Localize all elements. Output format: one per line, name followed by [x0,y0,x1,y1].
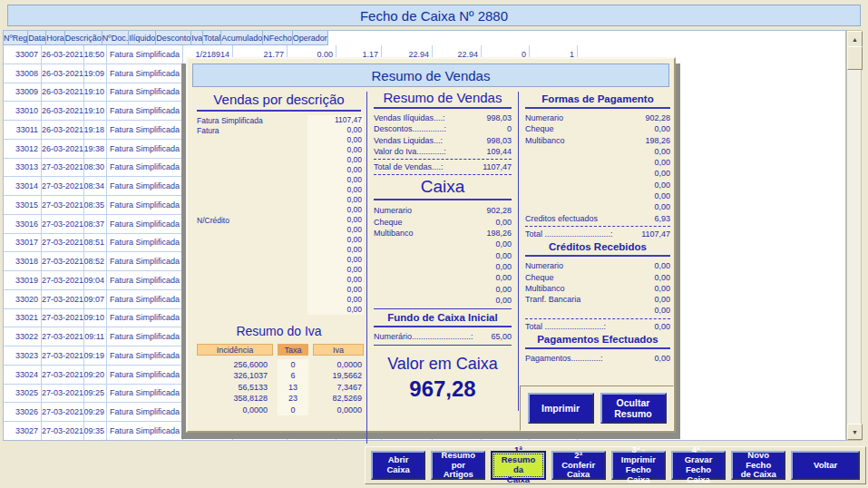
cell-descricao: Fatura Simplificada [107,215,183,234]
scroll-up-icon[interactable]: ▲ [847,31,863,47]
summary-line: Numerario 902,28 [374,205,512,216]
summary-line: 0,00 [525,180,670,190]
iva-incidencia-value: 0,0000 [197,405,273,415]
item-value: 0,00 [307,305,364,315]
cell-nreg: 33012 [4,140,42,159]
cell-hora: 19:09 [84,64,107,83]
resumo-por-artigos-button[interactable]: Resumo por Artigos [431,451,485,480]
cell-nreg: 33020 [4,290,42,309]
vertical-scrollbar[interactable]: ▲ ▼ [846,30,862,441]
line-value: 0 [507,123,512,134]
line-value: 0,00 [654,180,670,190]
line-value: 0,00 [495,217,512,228]
line-value: 0,00 [654,146,670,157]
line-label: Vendas Liquidas...: [374,135,443,146]
column-header[interactable]: NºDoc. [102,31,129,45]
cell-nreg: 33016 [4,215,42,234]
iva-taxa-value: 13 [278,382,308,393]
item-label: Fatura [197,126,307,135]
item-value: 1107,47 [307,115,364,125]
column-header[interactable]: Operador [293,31,328,45]
line-label: Creditos efectuados [525,213,598,224]
abrir-caixa-button[interactable]: Abrir Caixa [371,451,425,480]
cell-descricao: Fatura Simplificada [107,385,183,404]
column-header[interactable]: Descrição [65,31,102,45]
scroll-down-icon[interactable]: ▼ [847,424,863,440]
column-header[interactable]: NºReg [4,31,28,45]
column-header[interactable]: Acumulado [221,31,263,45]
line-value: 0,00 [654,260,670,271]
line-value: 0,00 [654,201,670,212]
summary-line: 0,00 [525,190,670,201]
column-header[interactable]: Desconto [156,31,191,45]
list-item: 0,00 [197,205,364,215]
column-header[interactable]: Hora [46,31,65,45]
line-label: Total de Vendas....: [374,161,444,172]
imprimir-button[interactable]: Imprimir [528,393,594,424]
summary-line: Multibanco 198,26 [374,228,512,239]
line-label: Numerario [525,112,563,123]
column-header[interactable]: Total [203,31,221,45]
conferir-caixa-button[interactable]: 2ª Conferir Caixa [551,451,606,480]
iva-taxa-value: 0 [278,359,308,370]
line-value: 0,00 [495,295,512,306]
list-item: 0,00 [197,235,364,245]
cell-data: 26-03-2021 [42,45,84,64]
resumo-da-caixa-button[interactable]: 1ª Resumo da Caixa [491,451,545,480]
list-item: 0,00 [197,275,364,285]
cell-hora: 08:37 [84,215,107,234]
cell-descricao: Fatura Simplificada [107,234,183,253]
ocultar-resumo-button[interactable]: Ocultar Resumo [600,393,667,424]
summary-line: Cheque 0,00 [374,217,512,228]
gravar-fecho-caixa-button[interactable]: 4ª - Gravar Fecho Caixa [671,451,726,480]
line-value: 198,26 [645,135,670,146]
cell-data: 26-03-2021 [42,140,84,159]
cell-descricao: Fatura Simplificada [107,102,183,121]
cell-hora: 19:38 [84,140,107,159]
item-value: 0,00 [307,245,364,255]
list-item: 0,00 [197,265,364,275]
voltar-button[interactable]: Voltar [791,451,860,480]
scroll-thumb[interactable] [847,46,863,70]
valor-em-caixa-value: 967,28 [374,376,512,402]
iva-row: 0,0000 0 0,0000 [197,405,366,415]
list-item: 0,00 [197,195,364,205]
formas-total-line: Total .............................: 110… [525,229,670,239]
imprimir-fecho-caixa-button[interactable]: 3ª - Imprimir Fecho Caixa [611,451,666,480]
valor-em-caixa-heading: Valor em Caixa [374,355,512,374]
cell-descricao: Fatura Simplificada [107,346,183,366]
line-value: 0,00 [654,157,670,168]
cell-data: 27-03-2021 [42,252,84,271]
item-value: 0,00 [307,195,364,205]
cell-descricao: Fatura Simplificada [107,83,183,102]
iva-incidencia-value: 56,5133 [197,382,273,393]
cell-nreg: 33026 [4,403,42,422]
column-header[interactable]: NFecho [263,31,293,45]
list-item: 0,00 [197,155,364,165]
cell-nreg: 33014 [4,177,42,196]
line-label: Multibanco [525,135,565,146]
line-label: Numerario [374,205,412,216]
column-header[interactable]: Iva [191,31,203,45]
cell-descricao: Fatura Simplificada [107,290,183,309]
novo-fecho-de-caixa-button[interactable]: Novo Fecho de Caixa [731,451,785,480]
cell-hora: 09:29 [84,403,107,422]
list-item: 0,00 [197,305,364,315]
fundo-line: Numerário..........................: 65,… [374,331,512,342]
dashed-divider [525,226,670,227]
column-header[interactable]: Ilíquido [129,31,156,45]
item-value: 0,00 [307,155,364,165]
summary-line: Vendas Liquidas...: 998,03 [374,135,512,146]
cell-hora: 08:35 [84,196,107,215]
creditos-recebidos-heading: Créditos Recebidos [525,241,670,257]
summary-line: Cheque 0,00 [525,123,670,134]
line-label: Multibanco [525,283,565,294]
summary-middle-column: Resumo de Vendas Vendas Ilíquidas....: 9… [374,90,512,402]
cell-data: 26-03-2021 [42,83,84,102]
column-header[interactable]: Data [28,31,46,45]
iva-iva-value: 82,5269 [313,393,364,404]
list-item: Fatura Simplificada 1107,47 [197,115,364,125]
cell-nreg: 33013 [4,159,42,178]
list-item: 0,00 [197,165,364,175]
cell-data: 27-03-2021 [42,366,84,385]
